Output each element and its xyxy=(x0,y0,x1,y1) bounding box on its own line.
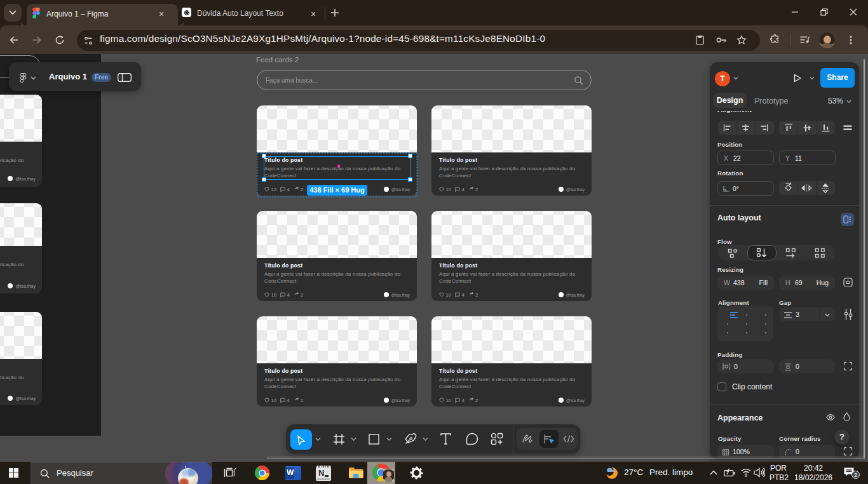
svg-text:4: 4 xyxy=(462,398,465,403)
svg-text:10: 10 xyxy=(446,187,452,192)
svg-text:10: 10 xyxy=(446,398,452,403)
svg-text:10: 10 xyxy=(271,292,277,298)
svg-text:2: 2 xyxy=(475,398,478,403)
svg-text:4: 4 xyxy=(462,187,465,192)
svg-text:4: 4 xyxy=(287,398,290,403)
svg-text:2: 2 xyxy=(301,292,303,298)
svg-text:2: 2 xyxy=(475,292,478,298)
svg-text:2: 2 xyxy=(475,187,478,192)
svg-text:10: 10 xyxy=(446,292,452,298)
svg-text:4: 4 xyxy=(287,292,290,298)
svg-text:2: 2 xyxy=(301,398,303,403)
svg-text:10: 10 xyxy=(271,398,277,403)
svg-text:4: 4 xyxy=(462,292,465,298)
